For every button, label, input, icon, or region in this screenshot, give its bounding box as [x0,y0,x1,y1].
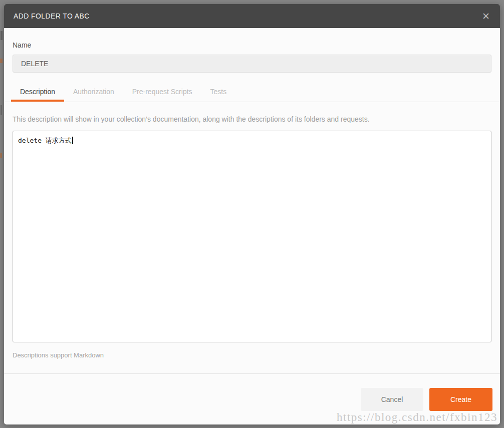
description-panel: This description will show in your colle… [4,102,500,359]
description-textarea[interactable]: delete 请求方式 [13,131,491,342]
description-text: delete 请求方式 [18,137,72,144]
background-app-fragment [0,59,3,63]
dialog-title: ADD FOLDER TO ABC [14,12,90,20]
background-app-fragment [1,105,2,115]
create-button[interactable]: Create [429,388,492,411]
text-caret [72,137,73,144]
background-app-fragment [0,153,2,158]
dialog-footer: Cancel Create [4,374,500,411]
tab-pre-request-scripts[interactable]: Pre-request Scripts [123,84,201,102]
background-app-fragment [1,31,3,40]
close-icon[interactable]: ✕ [480,11,492,22]
dialog-header: ADD FOLDER TO ABC ✕ [4,4,500,28]
tab-authorization[interactable]: Authorization [64,84,123,102]
name-label: Name [13,41,491,49]
cancel-button[interactable]: Cancel [361,388,423,411]
tab-tests[interactable]: Tests [201,84,236,102]
dialog-tabs: Description Authorization Pre-request Sc… [4,84,500,102]
name-section: Name [4,28,500,73]
description-hint: This description will show in your colle… [13,115,491,123]
tab-description[interactable]: Description [11,84,64,102]
folder-name-input[interactable] [13,55,491,73]
add-folder-dialog: ADD FOLDER TO ABC ✕ Name Description Aut… [4,4,500,424]
markdown-footnote: Descriptions support Markdown [13,351,491,359]
